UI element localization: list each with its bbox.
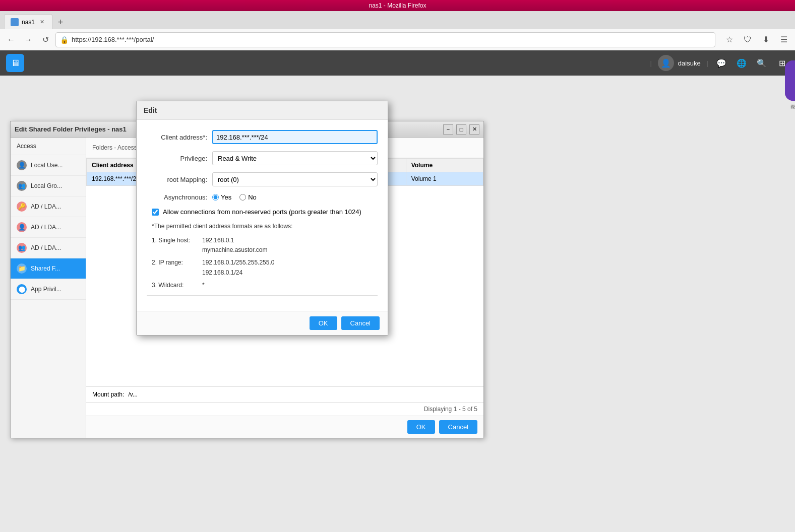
sidebar-item-ad-ldap-2[interactable]: 👤 AD / LDA... — [11, 217, 86, 238]
browser-chrome: nas1 ✕ + ← → ↺ 🔒 https://192.168.***.***… — [0, 11, 795, 50]
root-mapping-label: root Mapping: — [147, 176, 207, 183]
window-cancel-button[interactable]: Cancel — [439, 420, 477, 434]
reload-button[interactable]: ↺ — [38, 33, 52, 47]
window-ok-button[interactable]: OK — [407, 420, 435, 434]
async-radio-group: Yes No — [212, 193, 257, 201]
ad-ldap-icon-1: 🔑 — [17, 202, 27, 212]
help-wildcard: 3. Wildcard: * — [152, 281, 378, 290]
wildcard-label: 3. Wildcard: — [152, 281, 197, 290]
dialog-divider — [147, 295, 378, 296]
active-tab[interactable]: nas1 ✕ — [4, 14, 52, 29]
single-host-label: 1. Single host: — [152, 236, 197, 255]
dialog-body: Client address*: Privilege: Read & Write… — [137, 120, 388, 311]
nonreserved-ports-checkbox[interactable] — [152, 209, 159, 216]
help-section: 1. Single host: 192.168.0.1 mymachine.as… — [152, 236, 378, 290]
sync-manager-icon: ☁ — [785, 76, 795, 101]
privilege-label: Privilege: — [147, 155, 207, 162]
tab-bar: nas1 ✕ + — [0, 11, 795, 29]
async-label: Asynchronous: — [147, 193, 207, 201]
async-row: Asynchronous: Yes No — [147, 193, 378, 201]
sidebar-label-ad-2: AD / LDA... — [31, 224, 61, 231]
async-yes-text: Yes — [221, 193, 231, 201]
ip-range-label: 2. IP range: — [152, 258, 197, 277]
sidebar-item-shared-folder[interactable]: 📁 Shared F... — [11, 258, 86, 279]
async-yes-label[interactable]: Yes — [212, 193, 231, 201]
forward-button[interactable]: → — [21, 33, 35, 47]
privilege-select[interactable]: Read & Write Read Only No Access — [212, 151, 378, 165]
window-title: Edit Shared Folder Privileges - nas1 — [15, 125, 127, 133]
dialog-ok-button[interactable]: OK — [310, 316, 337, 330]
browser-window: nas1 - Mozilla Firefox nas1 ✕ + ← → ↺ 🔒 … — [0, 0, 795, 532]
tab-close-button[interactable]: ✕ — [38, 18, 46, 26]
header-divider: | — [650, 59, 651, 67]
window-controls: − □ ✕ — [443, 124, 479, 135]
url-text: https://192.168.***.***/portal/ — [72, 36, 711, 43]
async-no-label[interactable]: No — [239, 193, 257, 201]
shared-folder-icon: 📁 — [17, 263, 27, 274]
url-bar[interactable]: 🔒 https://192.168.***.***/portal/ — [55, 32, 715, 47]
mount-path-label: Mount path: — [92, 391, 124, 398]
user-area: 👤 daisuke — [658, 55, 701, 71]
user-avatar: 👤 — [658, 55, 674, 71]
async-no-text: No — [248, 193, 257, 201]
globe-icon[interactable]: 🌐 — [735, 56, 749, 70]
nas-header: 🖥 | 👤 daisuke | 💬 🌐 🔍 ⊞ — [0, 50, 795, 76]
client-address-label: Client address*: — [147, 134, 207, 141]
app-privileges-icon: ⬤ — [17, 284, 27, 294]
edit-dialog: Edit Client address*: Privilege: Read & … — [136, 101, 388, 336]
sidebar-item-ad-ldap-3[interactable]: 👥 AD / LDA... — [11, 238, 86, 258]
shield-icon[interactable]: 🛡 — [741, 33, 755, 47]
sidebar-item-app-privileges[interactable]: ⬤ App Privil... — [11, 279, 86, 300]
privilege-row: Privilege: Read & Write Read Only No Acc… — [147, 151, 378, 165]
async-yes-radio[interactable] — [212, 194, 219, 201]
browser-toolbar-icons: ☆ 🛡 ⬇ ☰ — [722, 33, 791, 47]
menu-icon[interactable]: ☰ — [777, 33, 791, 47]
message-icon[interactable]: 💬 — [714, 56, 728, 70]
ad-ldap-icon-2: 👤 — [17, 222, 27, 232]
sidebar-item-local-user[interactable]: 👤 Local Use... — [11, 155, 86, 176]
sidebar-label-shared: Shared F... — [31, 265, 60, 272]
sidebar-label-app: App Privil... — [31, 286, 62, 293]
single-host-examples: 192.168.0.1 mymachine.asustor.com — [202, 236, 267, 255]
sidebar-item-ad-ldap-1[interactable]: 🔑 AD / LDA... — [11, 196, 86, 217]
close-button[interactable]: ✕ — [469, 124, 479, 135]
new-tab-button[interactable]: + — [53, 15, 68, 29]
sidebar-label-local-group: Local Gro... — [31, 182, 62, 189]
mount-path-value: /v... — [128, 391, 137, 398]
browser-titlebar: nas1 - Mozilla Firefox — [0, 0, 795, 11]
dialog-cancel-button[interactable]: Cancel — [341, 316, 380, 330]
bookmark-icon[interactable]: ☆ — [722, 33, 737, 47]
local-group-icon: 👥 — [17, 181, 27, 191]
nas-app-icon: 🖥 — [6, 54, 24, 72]
back-button[interactable]: ← — [4, 33, 18, 47]
browser-title: nas1 - Mozilla Firefox — [369, 2, 426, 9]
search-icon[interactable]: 🔍 — [755, 56, 769, 70]
tab-label: nas1 — [22, 19, 35, 26]
download-icon[interactable]: ⬇ — [759, 33, 773, 47]
header-divider2: | — [707, 59, 708, 67]
single-host-ex1: 192.168.0.1 — [202, 236, 267, 245]
sync-manager-label: nc Manager — [790, 103, 795, 109]
root-mapping-select[interactable]: root (0) admin nobody — [212, 172, 378, 186]
dialog-title: Edit — [137, 101, 388, 120]
ad-ldap-icon-3: 👥 — [17, 243, 27, 253]
navigation-bar: ← → ↺ 🔒 https://192.168.***.***/portal/ … — [0, 29, 795, 50]
local-user-icon: 👤 — [17, 160, 27, 170]
minimize-button[interactable]: − — [443, 124, 453, 135]
pagination-text: Displaying 1 - 5 of 5 — [424, 406, 477, 413]
ip-range-ex2: 192.168.0.1/24 — [202, 268, 274, 278]
async-no-radio[interactable] — [239, 194, 246, 201]
nonreserved-ports-row: Allow connections from non-reserved port… — [147, 208, 378, 216]
nas-application: 🖥 | 👤 daisuke | 💬 🌐 🔍 ⊞ Edit Shared — [0, 50, 795, 532]
sidebar-item-local-group[interactable]: 👥 Local Gro... — [11, 176, 86, 196]
window-footer: OK Cancel — [86, 416, 483, 438]
sidebar: Access 👤 Local Use... 👥 Local Gro... 🔑 — [11, 138, 86, 438]
single-host-ex2: mymachine.asustor.com — [202, 245, 267, 255]
desktop-icon-sync-manager[interactable]: ☁ nc Manager — [785, 76, 795, 109]
ip-range-ex1: 192.168.0.1/255.255.255.0 — [202, 258, 274, 268]
client-address-input[interactable] — [212, 130, 378, 144]
col-header-volume: Volume — [406, 159, 483, 172]
maximize-button[interactable]: □ — [456, 124, 466, 135]
tab-favicon — [11, 18, 19, 26]
sidebar-label-ad-3: AD / LDA... — [31, 244, 61, 251]
